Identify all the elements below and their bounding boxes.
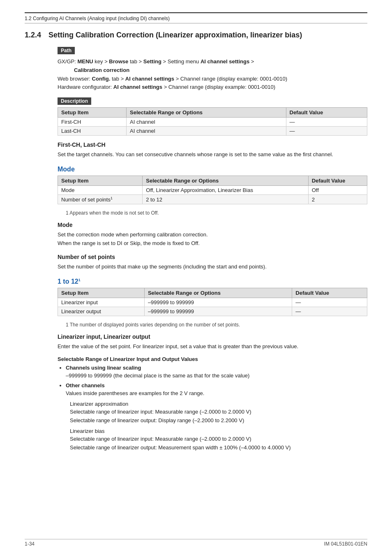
lin-row0-col2: — xyxy=(292,298,367,307)
one-to-12-title: 1 to 121 xyxy=(58,278,367,285)
table-row: Linearizer input –999999 to 999999 — xyxy=(58,298,367,307)
mode-row0-col2: Off xyxy=(308,185,367,194)
points-desc-title: Number of set points xyxy=(58,254,367,260)
path-line-1: GX/GP: MENU key > Browse tab > Setting >… xyxy=(58,58,367,75)
desc-row0-col0: First-CH xyxy=(58,118,127,127)
approx-line-0: Selectable range of linearizer input: Me… xyxy=(70,409,251,415)
page-footer: 1-34 IM 04L51B01-01EN xyxy=(25,539,367,547)
path-line-1-indent: Calibration correction xyxy=(58,66,367,75)
footer-right: IM 04L51B01-01EN xyxy=(324,541,367,547)
footer-left: 1-34 xyxy=(25,541,35,547)
approx-line-1: Selectable range of linearizer output: D… xyxy=(70,417,244,423)
list-item: Other channels Values inside parentheses… xyxy=(66,382,367,398)
linearizer-io-text: Enter the value of the set point. For li… xyxy=(58,342,367,351)
lin-header-0: Setup Item xyxy=(58,288,145,298)
table-row: Number of set points1 2 to 12 2 xyxy=(58,194,367,204)
lin-row0-col0: Linearizer input xyxy=(58,298,145,307)
lin-header-1: Selectable Range or Options xyxy=(144,288,292,298)
lin-row1-col2: — xyxy=(292,307,367,316)
list-item: Channels using linear scaling –999999 to… xyxy=(66,364,367,380)
desc-row1-col1: AI channel xyxy=(127,127,286,136)
section-number: 1.2.4 xyxy=(25,31,41,39)
bias-line-0: Selectable range of linearizer input: Me… xyxy=(70,436,251,442)
table-row: First-CH AI channel — xyxy=(58,118,367,127)
lin-row1-col0: Linearizer output xyxy=(58,307,145,316)
mode-header-1: Selectable Range or Options xyxy=(143,176,308,185)
table-row: Linearizer output –999999 to 999999 — xyxy=(58,307,367,316)
approx-lines: Selectable range of linearizer input: Me… xyxy=(70,408,367,425)
first-last-ch-text: Set the target channels. You can set con… xyxy=(58,150,367,159)
mode-row1-col1: 2 to 12 xyxy=(143,194,308,204)
mode-desc-text: Set the correction mode when performing … xyxy=(58,231,367,248)
section-title: 1.2.4 Setting Calibration Correction (Li… xyxy=(25,31,367,39)
mode-table: Setup Item Selectable Range or Options D… xyxy=(58,176,367,204)
desc-row1-col0: Last-CH xyxy=(58,127,127,136)
description-table: Setup Item Selectable Range or Options D… xyxy=(58,107,367,136)
mode-footnote: 1 Appears when the mode is not set to Of… xyxy=(66,210,367,216)
mode-row0-col1: Off, Linearizer Approximation, Linearize… xyxy=(143,185,308,194)
bullet-text-0: –999999 to 999999 (the decimal place is … xyxy=(66,372,249,379)
top-rule xyxy=(25,12,367,13)
first-last-ch-title: First-CH, Last-CH xyxy=(58,141,367,148)
bullet-label-0: Channels using linear scaling xyxy=(66,365,141,371)
desc-header-2: Default Value xyxy=(286,108,367,118)
desc-row0-col1: AI channel xyxy=(127,118,286,127)
description-table-wrap: Setup Item Selectable Range or Options D… xyxy=(58,107,367,136)
bullet-text-1: Values inside parentheses are examples f… xyxy=(66,390,204,396)
bullet-label-1: Other channels xyxy=(66,382,105,388)
table-row: Mode Off, Linearizer Approximation, Line… xyxy=(58,185,367,194)
mode-desc-title: Mode xyxy=(58,222,367,228)
desc-header-0: Setup Item xyxy=(58,108,127,118)
one-to-12-footnote: 1 The number of displayed points varies … xyxy=(66,322,367,328)
desc-row1-col2: — xyxy=(286,127,367,136)
mode-row1-col0: Number of set points1 xyxy=(58,194,143,204)
mode-section-title: Mode xyxy=(58,166,367,173)
path-content: GX/GP: MENU key > Browse tab > Setting >… xyxy=(58,58,367,92)
lin-row1-col1: –999999 to 999999 xyxy=(144,307,292,316)
desc-row0-col2: — xyxy=(286,118,367,127)
approx-title: Linearizer approximation xyxy=(70,401,367,407)
path-badge: Path xyxy=(58,47,75,54)
one-to-12-table: Setup Item Selectable Range or Options D… xyxy=(58,288,367,316)
bias-line-1: Selectable range of linearizer output: M… xyxy=(70,444,291,451)
bias-title: Linearizer bias xyxy=(70,428,367,434)
path-line-2: Web browser: Config. tab > AI channel se… xyxy=(58,75,367,83)
description-badge: Description xyxy=(58,97,91,105)
page: 1.2 Configuring AI Channels (Analog inpu… xyxy=(0,0,392,555)
mode-header-2: Default Value xyxy=(308,176,367,185)
section-header-line: 1.2 Configuring AI Channels (Analog inpu… xyxy=(25,16,367,23)
lin-header-2: Default Value xyxy=(292,288,367,298)
bias-lines: Selectable range of linearizer input: Me… xyxy=(70,435,367,452)
mode-header-0: Setup Item xyxy=(58,176,143,185)
points-desc-text: Set the number of points that make up th… xyxy=(58,263,367,271)
mode-table-wrap: Setup Item Selectable Range or Options D… xyxy=(58,176,367,204)
selectable-range-title: Selectable Range of Linearizer Input and… xyxy=(58,356,367,362)
linearizer-io-title: Linearizer input, Linearizer output xyxy=(58,333,367,340)
selectable-range-bullets: Channels using linear scaling –999999 to… xyxy=(66,364,367,398)
table-row: Last-CH AI channel — xyxy=(58,127,367,136)
path-line-3: Hardware configurator: AI channel settin… xyxy=(58,83,367,92)
desc-header-1: Selectable Range or Options xyxy=(127,108,286,118)
section-heading: Setting Calibration Correction (Lineariz… xyxy=(48,31,302,39)
mode-row1-col2: 2 xyxy=(308,194,367,204)
mode-row0-col0: Mode xyxy=(58,185,143,194)
lin-row0-col1: –999999 to 999999 xyxy=(144,298,292,307)
one-to-12-table-wrap: Setup Item Selectable Range or Options D… xyxy=(58,288,367,316)
